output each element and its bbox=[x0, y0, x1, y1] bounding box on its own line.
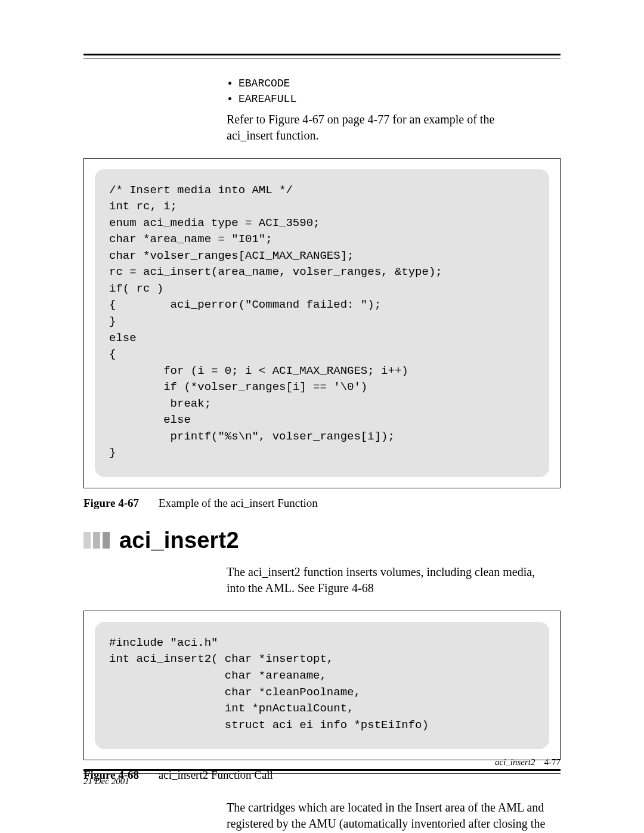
figure-number: Figure 4-67 bbox=[83, 497, 139, 509]
top-rule-group bbox=[83, 54, 561, 58]
reference-paragraph: Refer to Figure 4-67 on page 4-77 for an… bbox=[227, 112, 537, 144]
body-column: The cartridges which are located in the … bbox=[227, 800, 561, 833]
error-code-list: EBARCODE EAREAFULL bbox=[227, 76, 561, 107]
footer-section-name: aci_insert2 bbox=[495, 757, 535, 767]
body-column: The aci_insert2 function inserts volumes… bbox=[227, 564, 561, 596]
footer-right: aci_insert2 4-77 bbox=[495, 757, 561, 767]
list-item: EBARCODE bbox=[239, 76, 561, 91]
footer-page-number: 4-77 bbox=[544, 757, 561, 767]
code-frame-fig-67: /* Insert media into AML */ int rc, i; e… bbox=[83, 158, 561, 488]
section-heading: aci_insert2 bbox=[119, 528, 239, 553]
rule-thick bbox=[83, 769, 561, 772]
figure-title: Example of the aci_insert Function bbox=[159, 497, 318, 509]
document-page: EBARCODE EAREAFULL Refer to Figure 4-67 … bbox=[0, 0, 644, 833]
section-intro-paragraph: The aci_insert2 function inserts volumes… bbox=[227, 564, 537, 596]
rule-thin bbox=[83, 58, 561, 58]
section-heading-wrap: aci_insert2 bbox=[83, 528, 561, 553]
code-block-fig-68: #include "aci.h" int aci_insert2( char *… bbox=[95, 622, 549, 749]
closing-paragraph: The cartridges which are located in the … bbox=[227, 800, 549, 833]
code-frame-fig-68: #include "aci.h" int aci_insert2( char *… bbox=[83, 611, 561, 760]
heading-decoration-icon bbox=[83, 532, 111, 549]
footer-rule-group bbox=[83, 769, 561, 774]
body-column: EBARCODE EAREAFULL Refer to Figure 4-67 … bbox=[227, 76, 561, 144]
figure-caption-67: Figure 4-67 Example of the aci_insert Fu… bbox=[83, 497, 561, 510]
code-block-fig-67: /* Insert media into AML */ int rc, i; e… bbox=[95, 169, 549, 477]
page-footer: aci_insert2 4-77 21 Dec 2001 bbox=[83, 769, 561, 786]
rule-thick bbox=[83, 54, 561, 57]
footer-date: 21 Dec 2001 bbox=[83, 776, 561, 786]
rule-thin bbox=[83, 773, 561, 774]
list-item: EAREAFULL bbox=[239, 92, 561, 106]
